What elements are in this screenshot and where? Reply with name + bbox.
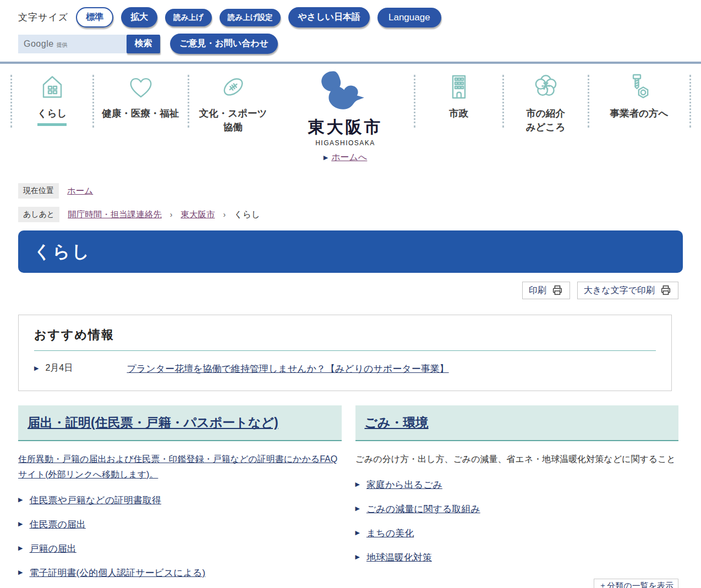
font-standard-button[interactable]: 標準 (76, 7, 113, 28)
category-link[interactable]: 住民票や戸籍などの証明書取得 (29, 494, 161, 507)
easy-japanese-button[interactable]: やさしい日本語 (288, 7, 370, 28)
nav-item-bunka-sports[interactable]: 文化・スポーツ 協働 (189, 70, 277, 135)
print-button-label: 印刷 (529, 285, 546, 296)
print-button[interactable]: 印刷 (522, 282, 570, 299)
contact-button[interactable]: ご意見・お問い合わせ (170, 34, 278, 54)
category-description: 住所異動・戸籍の届出および住民票・印鑑登録・戸籍などの証明書にかかるFAQサイト… (18, 452, 342, 482)
category-link[interactable]: 電子証明書(公的個人認証サービスによる) (29, 567, 205, 579)
list-item: ▶ 家庭から出るごみ (355, 479, 679, 491)
category-link-list: ▶ 住民票や戸籍などの証明書取得 ▶ 住民票の届出 ▶ 戸籍の届出 ▶ 電子証明… (18, 494, 342, 579)
category-title-link[interactable]: ごみ・環境 (365, 415, 429, 430)
breadcrumb-footprint-row: あしあと 開庁時間・担当課連絡先 › 東大阪市 › くらし (18, 207, 683, 222)
category-link[interactable]: 家庭から出るごみ (366, 479, 442, 491)
print-actions: 印刷 大きな文字で印刷 (0, 282, 678, 299)
triangle-marker-icon: ▶ (18, 545, 23, 551)
city-name: 東大阪市 (308, 116, 383, 139)
breadcrumb-link-kaicho-jikan[interactable]: 開庁時間・担当課連絡先 (68, 209, 162, 221)
teal-divider (34, 350, 656, 351)
category-card-gomi: ごみ・環境 ごみの分け方・出し方、ごみの減量、省エネ・地球温暖化対策などに関する… (355, 405, 679, 588)
building-icon (444, 70, 474, 103)
nav-label: くらし (37, 107, 67, 126)
city-bird-logo-icon (317, 70, 374, 116)
faq-external-link[interactable]: 住所異動・戸籍の届出および住民票・印鑑登録・戸籍などの証明書にかかるFAQサイト… (18, 454, 337, 479)
triangle-marker-icon: ▶ (324, 155, 328, 161)
category-link[interactable]: 地球温暖化対策 (366, 551, 432, 564)
home-link-label: ホームへ (331, 152, 367, 163)
nav-label: 市政 (449, 107, 468, 120)
triangle-marker-icon: ▶ (355, 481, 360, 487)
search-button[interactable]: 検索 (127, 35, 160, 53)
search-input[interactable]: Google 提供 (18, 35, 127, 53)
read-aloud-button[interactable]: 読み上げ (165, 9, 212, 26)
category-description: ごみの分け方・出し方、ごみの減量、省エネ・地球温暖化対策などに関すること (355, 452, 679, 467)
breadcrumb-home-link[interactable]: ホーム (67, 185, 93, 197)
category-columns: 届出・証明(住民票・戸籍・パスポートなど) 住所異動・戸籍の届出および住民票・印… (18, 405, 678, 588)
list-item: ▶ 電子証明書(公的個人認証サービスによる) (18, 567, 342, 579)
chevron-right-icon: › (223, 210, 226, 219)
nav-label: 事業者の方へ (610, 107, 669, 120)
page-title: くらし (34, 240, 91, 263)
show-category-list-button[interactable]: ＋ 分類の一覧を表示 (594, 579, 678, 588)
nav-label: 市の紹介 みどころ (526, 107, 566, 135)
recommended-title: おすすめ情報 (34, 327, 656, 343)
nav-item-jigyosha[interactable]: 事業者の方へ (589, 70, 689, 120)
triangle-marker-icon: ▶ (18, 521, 23, 527)
nav-item-kurashi[interactable]: くらし (12, 70, 92, 126)
category-link[interactable]: まちの美化 (366, 527, 414, 540)
category-card-todokede: 届出・証明(住民票・戸籍・パスポートなど) 住所異動・戸籍の届出および住民票・印… (18, 405, 342, 588)
font-enlarge-button[interactable]: 拡大 (121, 7, 157, 28)
search-row: Google 提供 検索 ご意見・お問い合わせ (18, 34, 701, 54)
recommended-item: ▶ 2月4日 プランター花壇を協働で維持管理しませんか？【みどりのサポーター事業… (34, 362, 656, 375)
category-link[interactable]: 戸籍の届出 (29, 542, 76, 555)
home-link[interactable]: ▶ ホームへ (324, 152, 368, 163)
plus-icon: ＋ (599, 581, 606, 588)
triangle-marker-icon: ▶ (355, 554, 360, 560)
heart-icon (126, 70, 156, 103)
printer-icon (660, 284, 672, 296)
house-icon (37, 70, 67, 103)
breadcrumb-link-higashiosaka[interactable]: 東大阪市 (180, 209, 215, 221)
category-title-link[interactable]: 届出・証明(住民票・戸籍・パスポートなど) (28, 415, 278, 430)
triangle-marker-icon: ▶ (18, 569, 23, 575)
language-button[interactable]: Language (377, 8, 441, 28)
bolt-nut-icon (625, 70, 654, 103)
show-category-list-label: 分類の一覧を表示 (607, 581, 673, 588)
triangle-marker-icon: ▶ (18, 497, 23, 503)
page-title-banner: くらし (18, 230, 683, 273)
list-item: ▶ 住民票の届出 (18, 518, 342, 531)
nav-item-shino-shokai[interactable]: 市の紹介 みどころ (504, 70, 588, 135)
utility-header: 文字サイズ 標準 拡大 読み上げ 読み上げ設定 やさしい日本語 Language… (0, 0, 701, 54)
print-large-button-label: 大きな文字で印刷 (584, 285, 655, 296)
read-aloud-settings-button[interactable]: 読み上げ設定 (220, 9, 281, 26)
search-provided-by-label: 提供 (57, 41, 68, 49)
blossom-icon (530, 70, 561, 103)
nav-item-kenko-iryo-fukushi[interactable]: 健康・医療・福祉 (94, 70, 188, 120)
triangle-marker-icon: ▶ (355, 505, 360, 512)
print-large-text-button[interactable]: 大きな文字で印刷 (577, 282, 678, 299)
list-item: ▶ まちの美化 (355, 527, 679, 540)
recommended-item-date: 2月4日 (45, 362, 127, 374)
list-item: ▶ ごみの減量に関する取組み (355, 503, 679, 515)
category-header: 届出・証明(住民票・戸籍・パスポートなど) (18, 405, 342, 441)
rugby-ball-icon (218, 70, 248, 103)
category-link[interactable]: ごみの減量に関する取組み (366, 503, 480, 515)
list-item: ▶ 戸籍の届出 (18, 542, 342, 555)
recommended-item-link[interactable]: プランター花壇を協働で維持管理しませんか？【みどりのサポーター事業】 (127, 362, 448, 375)
list-item: ▶ 地球温暖化対策 (355, 551, 679, 564)
site-logo[interactable]: 東大阪市 HIGASHIOSAKA ▶ ホームへ (277, 70, 414, 163)
breadcrumb-current-page: くらし (234, 209, 260, 221)
font-and-tools-row: 文字サイズ 標準 拡大 読み上げ 読み上げ設定 やさしい日本語 Language (18, 7, 701, 28)
category-link-list: ▶ 家庭から出るごみ ▶ ごみの減量に関する取組み ▶ まちの美化 ▶ 地球温暖… (355, 479, 679, 564)
google-logo: Google (24, 39, 54, 49)
city-name-romaji: HIGASHIOSAKA (315, 139, 375, 147)
nav-item-shisei[interactable]: 市政 (415, 70, 502, 120)
current-position-label: 現在位置 (18, 183, 59, 199)
category-link[interactable]: 住民票の届出 (29, 518, 85, 531)
nav-divider (689, 75, 691, 128)
category-header: ごみ・環境 (355, 405, 679, 441)
global-nav: くらし 健康・医療・福祉 文化・スポーツ 協働 (0, 64, 701, 163)
more-row: ＋ 分類の一覧を表示 (355, 579, 679, 588)
nav-label: 文化・スポーツ 協働 (199, 107, 267, 135)
recommended-info-box: おすすめ情報 ▶ 2月4日 プランター花壇を協働で維持管理しませんか？【みどりの… (18, 315, 672, 391)
breadcrumb-current-row: 現在位置 ホーム (18, 183, 683, 199)
